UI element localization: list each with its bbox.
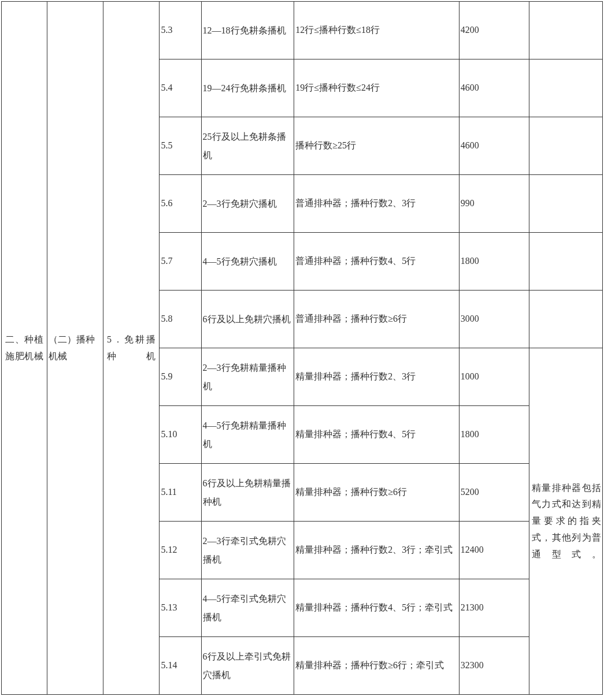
price-cell: 32300 xyxy=(459,637,529,695)
category-cell: 二、种植施肥机械 xyxy=(2,2,47,695)
name-cell: 2—3行免耕穴播机 xyxy=(201,175,294,233)
code-cell: 5.14 xyxy=(160,637,201,695)
price-cell: 4600 xyxy=(459,59,529,117)
note-cell xyxy=(529,59,603,117)
subsidy-table: 二、种植施肥机械（二）播种机械5．免耕播种机5.312—18行免耕条播机12行≤… xyxy=(1,1,603,695)
name-cell: 4—5行牵引式免耕穴播机 xyxy=(201,579,294,637)
note-cell xyxy=(529,291,603,348)
price-cell: 21300 xyxy=(459,579,529,637)
name-cell: 6行及以上免耕精量播种机 xyxy=(201,464,294,522)
price-cell: 1800 xyxy=(459,406,529,464)
name-cell: 6行及以上免耕穴播机 xyxy=(201,291,294,348)
price-cell: 5200 xyxy=(459,464,529,522)
code-cell: 5.11 xyxy=(160,464,201,522)
spec-cell: 12行≤播种行数≤18行 xyxy=(294,2,459,59)
code-cell: 5.4 xyxy=(160,59,201,117)
name-cell: 25行及以上免耕条播机 xyxy=(201,117,294,175)
code-cell: 5.3 xyxy=(160,2,201,59)
spec-cell: 普通排种器；播种行数≥6行 xyxy=(294,291,459,348)
note-cell xyxy=(529,233,603,291)
name-cell: 19—24行免耕条播机 xyxy=(201,59,294,117)
code-cell: 5.7 xyxy=(160,233,201,291)
spec-cell: 精量排种器；播种行数2、3行 xyxy=(294,348,459,406)
table-row: 二、种植施肥机械（二）播种机械5．免耕播种机5.312—18行免耕条播机12行≤… xyxy=(2,2,603,59)
spec-cell: 播种行数≥25行 xyxy=(294,117,459,175)
name-cell: 2—3行免耕精量播种机 xyxy=(201,348,294,406)
note-cell xyxy=(529,117,603,175)
price-cell: 1000 xyxy=(459,348,529,406)
price-cell: 1800 xyxy=(459,233,529,291)
name-cell: 12—18行免耕条播机 xyxy=(201,2,294,59)
spec-cell: 普通排种器；播种行数4、5行 xyxy=(294,233,459,291)
price-cell: 990 xyxy=(459,175,529,233)
name-cell: 2—3行牵引式免耕穴播机 xyxy=(201,522,294,579)
spec-cell: 19行≤播种行数≤24行 xyxy=(294,59,459,117)
spec-cell: 精量排种器；播种行数4、5行 xyxy=(294,406,459,464)
code-cell: 5.13 xyxy=(160,579,201,637)
code-cell: 5.8 xyxy=(160,291,201,348)
note-cell xyxy=(529,2,603,59)
subcategory-cell: （二）播种机械 xyxy=(47,2,103,695)
spec-cell: 普通排种器；播种行数2、3行 xyxy=(294,175,459,233)
spec-cell: 精量排种器；播种行数≥6行 xyxy=(294,464,459,522)
note-cell-precision: 精量排种器包括气力式和达到精量要求的指夹式，其他列为普通型式。 xyxy=(529,348,603,695)
code-cell: 5.12 xyxy=(160,522,201,579)
name-cell: 4—5行免耕精量播种机 xyxy=(201,406,294,464)
type-cell: 5．免耕播种机 xyxy=(103,2,160,695)
name-cell: 4—5行免耕穴播机 xyxy=(201,233,294,291)
spec-cell: 精量排种器；播种行数≥6行；牵引式 xyxy=(294,637,459,695)
code-cell: 5.9 xyxy=(160,348,201,406)
price-cell: 4200 xyxy=(459,2,529,59)
spec-cell: 精量排种器；播种行数2、3行；牵引式 xyxy=(294,522,459,579)
code-cell: 5.10 xyxy=(160,406,201,464)
note-cell xyxy=(529,175,603,233)
spec-cell: 精量排种器；播种行数4、5行；牵引式 xyxy=(294,579,459,637)
code-cell: 5.6 xyxy=(160,175,201,233)
price-cell: 12400 xyxy=(459,522,529,579)
code-cell: 5.5 xyxy=(160,117,201,175)
price-cell: 3000 xyxy=(459,291,529,348)
price-cell: 4600 xyxy=(459,117,529,175)
name-cell: 6行及以上牵引式免耕穴播机 xyxy=(201,637,294,695)
